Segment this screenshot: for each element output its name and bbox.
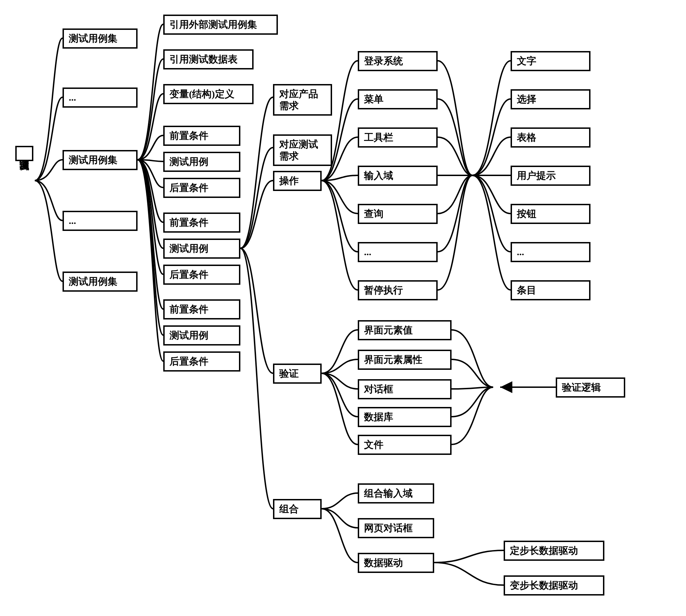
g3-testcase: 测试用例 [163,325,240,346]
fld-user-prompt: 用户提示 [511,166,590,186]
v-ui-element-value: 界面元素值 [358,320,452,340]
ref-test-data-table: 引用测试数据表 [163,49,254,69]
g2-testcase: 测试用例 [163,239,240,259]
g1-postcondition: 后置条件 [163,178,240,198]
verify: 验证 [273,364,322,384]
c-data-driven: 数据驱动 [358,553,434,573]
op-pause-exec: 暂停执行 [358,280,438,300]
g1-precondition: 前置条件 [163,126,240,146]
op-login-system: 登录系统 [358,51,438,71]
fld-table: 表格 [511,127,590,148]
op-input-field: 输入域 [358,166,438,186]
dd-var-step: 变步长数据驱动 [504,575,604,596]
svg-marker-0 [500,381,512,393]
testcase-set-3: 测试用例集 [63,272,138,292]
diagram-canvas: 测试项目 测试用例集 ... 测试用例集 ... 测试用例集 引用外部测试用例集… [7,7,686,616]
fld-item: 条目 [511,280,590,300]
fld-ellipsis: ... [511,242,590,262]
ref-external-testset: 引用外部测试用例集 [163,15,278,35]
fld-button: 按钮 [511,204,590,224]
c-combo-input: 组合输入域 [358,483,434,503]
combine: 组合 [273,499,322,519]
operation: 操作 [273,171,322,191]
testcase-set-ellipsis-1: ... [63,88,138,108]
fld-select: 选择 [511,89,590,109]
g3-precondition: 前置条件 [163,299,240,319]
testcase-set-2: 测试用例集 [63,150,138,170]
g3-postcondition: 后置条件 [163,351,240,372]
verify-logic: 验证逻辑 [556,377,625,398]
g2-postcondition: 后置条件 [163,265,240,285]
g2-precondition: 前置条件 [163,213,240,233]
test-requirement: 对应测试需求 [273,134,332,166]
op-menu: 菜单 [358,89,438,109]
variable-struct-def: 变量(结构)定义 [163,84,254,104]
product-requirement: 对应产品需求 [273,84,332,116]
v-file: 文件 [358,435,452,455]
op-toolbar: 工具栏 [358,127,438,148]
v-database: 数据库 [358,407,452,427]
op-query: 查询 [358,204,438,224]
v-dialog: 对话框 [358,379,452,399]
v-ui-element-attr: 界面元素属性 [358,350,452,370]
fld-text: 文字 [511,51,590,71]
testcase-set-1: 测试用例集 [63,28,138,49]
testcase-set-ellipsis-2: ... [63,211,138,231]
op-ellipsis: ... [358,242,438,262]
g1-testcase: 测试用例 [163,152,240,172]
root-test-project: 测试项目 [15,146,33,161]
dd-fixed-step: 定步长数据驱动 [504,541,604,561]
c-web-dialog: 网页对话框 [358,518,434,538]
